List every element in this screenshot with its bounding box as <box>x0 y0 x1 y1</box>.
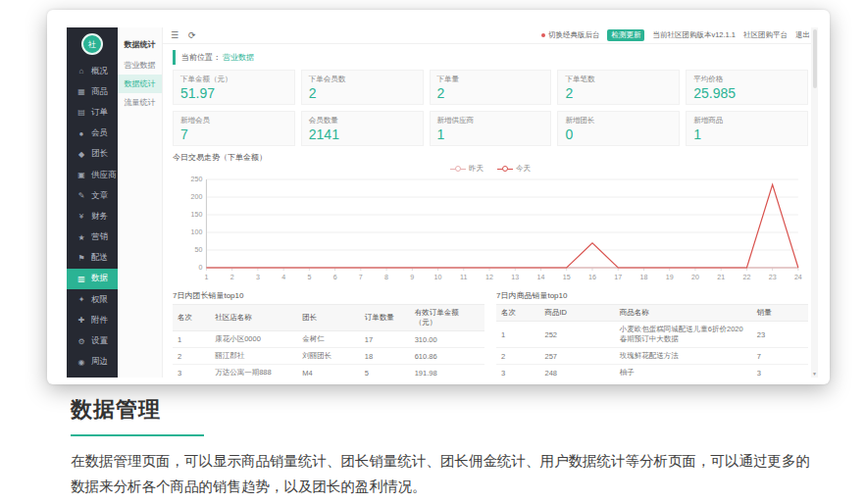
table-cell: 万达公寓一期888 <box>210 365 297 378</box>
stat-card: 下单会员数2 <box>301 70 424 105</box>
finance-icon: ¥ <box>76 212 87 221</box>
table-row: 2丽江郡社刘丽团长18610.86 <box>173 348 484 365</box>
stat-value: 1 <box>693 126 800 142</box>
sidebar-item-suppliers[interactable]: ▣供应商 <box>67 165 118 185</box>
sidebar-item-label: 会员 <box>91 127 108 139</box>
table-row: 3248柚子3 <box>496 365 808 378</box>
sidebar-item-label: 财务 <box>91 211 108 223</box>
sidebar-item-data[interactable]: ▥数据 <box>67 269 118 289</box>
table-row: 1252小麦欧包蛋糕同城配送儿童6折价2020春期预订中大数据23 <box>496 322 808 348</box>
column-header: 商品ID <box>540 305 615 322</box>
sidebar-item-permissions[interactable]: ✦权限 <box>67 289 118 310</box>
breadcrumb-prefix: 当前位置： <box>181 52 221 63</box>
table-cell: 23 <box>752 322 808 348</box>
sidebar-item-finance[interactable]: ¥财务 <box>67 206 118 227</box>
switch-classic-label: 切换经典版后台 <box>548 30 600 39</box>
table-cell: 17 <box>360 331 410 348</box>
svg-text:4: 4 <box>281 274 285 280</box>
svg-text:250: 250 <box>191 176 203 183</box>
sidebar-item-goods[interactable]: ▦商品 <box>67 81 118 102</box>
sidebar-item-label: 商品 <box>91 86 108 98</box>
scrollbar-thumb[interactable] <box>813 29 817 88</box>
subnav-item-3[interactable]: 流量统计 <box>118 93 162 112</box>
scrollbar-down-arrow[interactable]: ▼ <box>811 371 818 377</box>
sidebar-item-marketing[interactable]: ★营销 <box>67 227 118 248</box>
svg-text:14: 14 <box>537 274 545 280</box>
sidebar-item-overview[interactable]: ⌂概况 <box>67 61 118 81</box>
sidebar-item-label: 概况 <box>91 66 108 77</box>
subnav-item-2[interactable]: 数据统计 <box>118 75 162 93</box>
stat-card: 新增会员7 <box>173 111 295 146</box>
svg-text:12: 12 <box>485 274 493 280</box>
table-cell: 3 <box>173 365 210 378</box>
table-header-row: 名次社区店名称团长订单数量有效订单金额（元） <box>173 305 484 331</box>
sidebar-item-articles[interactable]: ✎文章 <box>67 185 118 206</box>
column-header: 团长 <box>297 305 360 331</box>
svg-text:9: 9 <box>410 274 414 280</box>
switch-classic-link[interactable]: 切换经典版后台 <box>541 30 600 40</box>
sidebar-item-label: 设置 <box>91 335 108 347</box>
legend-marker-icon <box>497 165 513 173</box>
legend-item-今天[interactable]: 今天 <box>497 164 531 174</box>
sidebar-item-orders[interactable]: ▤订单 <box>67 102 118 123</box>
sidebar-item-label: 配送 <box>91 252 108 264</box>
stat-value: 1 <box>437 126 544 142</box>
dashboard-screenshot: 社 ⌂概况▦商品▤订单●会员◆团长▣供应商✎文章¥财务★营销⚑配送▥数据✦权限✚… <box>47 10 830 384</box>
hamburger-icon[interactable]: ☰ <box>171 30 178 40</box>
table-cell: 191.98 <box>410 365 484 378</box>
marketing-icon: ★ <box>76 233 87 242</box>
settings-icon: ⚙ <box>76 337 87 346</box>
version-text: 当前社区团购版本v12.1.1 <box>652 30 736 40</box>
overview-icon: ⌂ <box>76 67 87 76</box>
legend-item-昨天[interactable]: 昨天 <box>450 164 484 174</box>
logout-link[interactable]: 退出 <box>795 30 810 40</box>
chart-legend: 昨天今天 <box>173 164 808 174</box>
articles-icon: ✎ <box>76 191 87 200</box>
svg-text:10: 10 <box>434 274 442 280</box>
stat-value: 7 <box>180 126 287 142</box>
svg-text:21: 21 <box>717 274 725 280</box>
leader-table-title: 7日内团长销量top10 <box>173 290 484 301</box>
page: 社 ⌂概况▦商品▤订单●会员◆团长▣供应商✎文章¥财务★营销⚑配送▥数据✦权限✚… <box>0 0 866 504</box>
sidebar-item-leaders[interactable]: ◆团长 <box>67 144 118 165</box>
svg-text:200: 200 <box>191 194 203 201</box>
column-header: 名次 <box>173 305 210 331</box>
sidebar-item-members[interactable]: ●会员 <box>67 124 118 144</box>
leader-table-wrap: 7日内团长销量top10 名次社区店名称团长订单数量有效订单金额（元）1康花小区… <box>173 287 484 378</box>
sidebar-menu: ⌂概况▦商品▤订单●会员◆团长▣供应商✎文章¥财务★营销⚑配送▥数据✦权限✚附件… <box>67 61 118 378</box>
stat-value: 2 <box>437 85 544 101</box>
sidebar-item-attachments[interactable]: ✚附件 <box>67 310 118 330</box>
app-logo[interactable]: 社 <box>81 33 103 55</box>
sidebar: 社 ⌂概况▦商品▤订单●会员◆团长▣供应商✎文章¥财务★营销⚑配送▥数据✦权限✚… <box>67 27 118 378</box>
stat-label: 下单会员数 <box>309 75 416 84</box>
sidebar-item-delivery[interactable]: ⚑配送 <box>67 248 118 269</box>
table-cell: 7 <box>752 348 808 365</box>
stat-card: 下单笔数2 <box>557 70 680 105</box>
table-cell: 252 <box>540 322 615 348</box>
sidebar-item-around[interactable]: ◉周边 <box>67 352 118 373</box>
stat-label: 平均价格 <box>693 75 800 84</box>
svg-text:18: 18 <box>640 274 648 280</box>
svg-text:50: 50 <box>194 247 202 254</box>
breadcrumb-current[interactable]: 营业数据 <box>223 52 254 63</box>
sidebar-item-label: 订单 <box>91 107 108 119</box>
red-dot-icon <box>541 33 545 37</box>
check-update-button[interactable]: 检测更新 <box>607 29 644 41</box>
refresh-icon[interactable]: ⟳ <box>188 30 196 40</box>
table-cell: 康花小区0000 <box>210 331 297 348</box>
orders-icon: ▤ <box>76 108 87 117</box>
stat-label: 下单量 <box>437 75 544 84</box>
platform-link[interactable]: 社区团购平台 <box>743 30 788 40</box>
stat-value: 2 <box>565 85 672 101</box>
subnav-item-1[interactable]: 营业数据 <box>118 56 162 75</box>
sidebar-item-settings[interactable]: ⚙设置 <box>67 330 118 351</box>
delivery-icon: ⚑ <box>76 254 87 263</box>
sidebar-item-label: 文章 <box>91 190 108 202</box>
table-cell: 柚子 <box>615 365 752 378</box>
chart-title: 今日交易走势（下单金额） <box>173 152 808 163</box>
svg-text:24: 24 <box>794 274 802 280</box>
product-table: 名次商品ID商品名称销量1252小麦欧包蛋糕同城配送儿童6折价2020春期预订中… <box>496 304 808 378</box>
stats-rows: 下单金额（元）51.97下单会员数2下单量2下单笔数2平均价格25.985新增会… <box>173 70 808 146</box>
stat-label: 新增会员 <box>180 116 287 126</box>
scrollbar[interactable]: ▼ <box>811 27 818 378</box>
